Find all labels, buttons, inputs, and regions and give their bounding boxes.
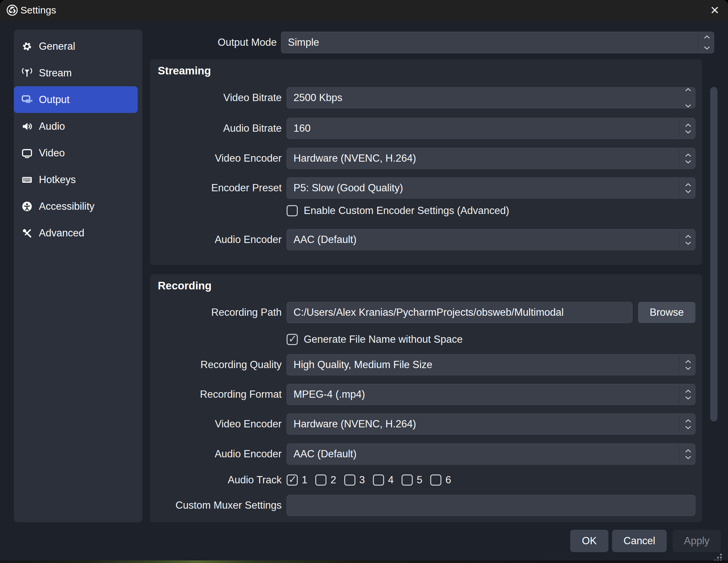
generate-filename-label: Generate File Name without Space xyxy=(304,333,462,345)
audio-track-4-label: 4 xyxy=(388,474,394,486)
sidebar-item-label: Output xyxy=(39,94,70,106)
recording-path-input[interactable]: C:/Users/Alex Kranias/PycharmProjects/ob… xyxy=(287,302,632,323)
resize-grip[interactable] xyxy=(720,554,722,555)
sidebar-item-label: Advanced xyxy=(39,227,84,239)
sidebar-item-label: Video xyxy=(39,147,65,159)
recording-path-value: C:/Users/Alex Kranias/PycharmProjects/ob… xyxy=(294,306,564,318)
sidebar-item-accessibility[interactable]: Accessibility xyxy=(14,193,138,220)
audio-track-3-label: 3 xyxy=(359,474,365,486)
desktop-background-strip xyxy=(0,560,728,563)
chevron-up-down-icon xyxy=(704,32,710,53)
sidebar-item-stream[interactable]: Stream xyxy=(14,60,138,86)
video-bitrate-spinner[interactable]: 2500 Kbps xyxy=(287,87,695,108)
recording-path-label: Recording Path xyxy=(150,302,282,323)
sidebar-item-audio[interactable]: Audio xyxy=(14,113,138,140)
sidebar-item-hotkeys[interactable]: Hotkeys xyxy=(14,166,138,193)
recording-video-encoder-value: Hardware (NVENC, H.264) xyxy=(294,418,416,430)
recording-audio-encoder-select[interactable]: AAC (Default) xyxy=(287,443,695,464)
cancel-button[interactable]: Cancel xyxy=(612,530,667,552)
stream-video-encoder-label: Video Encoder xyxy=(150,148,282,169)
video-bitrate-value: 2500 Kbps xyxy=(294,92,342,104)
vertical-scrollbar[interactable] xyxy=(710,87,717,421)
sidebar-item-advanced[interactable]: Advanced xyxy=(14,220,138,246)
recording-format-select[interactable]: MPEG-4 (.mp4) xyxy=(287,384,695,405)
audio-track-1-checkbox[interactable] xyxy=(287,474,298,486)
audio-track-5: 5 xyxy=(402,474,422,486)
stream-video-encoder-select[interactable]: Hardware (NVENC, H.264) xyxy=(287,148,695,169)
close-button[interactable]: ✕ xyxy=(710,0,720,20)
audio-track-2-label: 2 xyxy=(330,474,336,486)
recording-video-encoder-select[interactable]: Hardware (NVENC, H.264) xyxy=(287,413,695,435)
gear-icon xyxy=(20,40,34,53)
audio-track-1: 1 xyxy=(287,474,307,486)
video-bitrate-label: Video Bitrate xyxy=(150,87,282,108)
recording-panel: Recording Recording Path C:/Users/Alex K… xyxy=(150,274,702,522)
audio-track-label: Audio Track xyxy=(150,473,282,487)
chevron-up-down-icon xyxy=(685,178,691,198)
sidebar-item-label: Stream xyxy=(39,67,72,79)
keyboard-icon xyxy=(20,173,34,186)
chevron-up-down-icon xyxy=(685,230,691,250)
custom-encoder-settings-checkbox[interactable] xyxy=(287,205,298,216)
streaming-section-title: Streaming xyxy=(158,65,211,77)
audio-track-5-label: 5 xyxy=(417,474,422,486)
stream-video-encoder-value: Hardware (NVENC, H.264) xyxy=(294,153,416,164)
output-mode-select[interactable]: Simple xyxy=(281,32,714,53)
stream-audio-encoder-label: Audio Encoder xyxy=(150,229,282,250)
obs-logo-icon xyxy=(6,4,18,16)
stream-audio-encoder-select[interactable]: AAC (Default) xyxy=(287,229,695,250)
accessibility-icon xyxy=(20,200,34,213)
audio-track-2: 2 xyxy=(315,474,336,486)
recording-quality-value: High Quality, Medium File Size xyxy=(294,359,433,371)
audio-bitrate-label: Audio Bitrate xyxy=(150,118,282,139)
browse-button[interactable]: Browse xyxy=(638,302,695,323)
audio-track-3-checkbox[interactable] xyxy=(344,474,355,486)
audio-track-1-label: 1 xyxy=(302,474,307,486)
generate-filename-checkbox[interactable] xyxy=(287,334,298,345)
audio-track-3: 3 xyxy=(344,474,365,486)
sidebar-item-output[interactable]: Output xyxy=(14,86,138,113)
spinner-arrows-icon xyxy=(685,88,691,108)
audio-track-4-checkbox[interactable] xyxy=(373,474,384,486)
sidebar-item-general[interactable]: General xyxy=(14,33,138,60)
recording-quality-label: Recording Quality xyxy=(150,354,282,375)
audio-bitrate-spinner[interactable]: 160 xyxy=(287,118,695,139)
chevron-up-down-icon xyxy=(685,414,691,434)
window-title: Settings xyxy=(20,5,56,16)
spinner-arrows-icon xyxy=(685,118,691,139)
output-mode-label: Output Mode xyxy=(145,32,277,53)
recording-quality-select[interactable]: High Quality, Medium File Size xyxy=(287,354,695,375)
ok-button[interactable]: OK xyxy=(570,530,608,552)
encoder-preset-select[interactable]: P5: Slow (Good Quality) xyxy=(287,178,695,199)
apply-button[interactable]: Apply xyxy=(673,530,721,552)
stream-antenna-icon xyxy=(20,67,34,80)
recording-format-label: Recording Format xyxy=(150,384,282,405)
sidebar-item-label: Hotkeys xyxy=(39,174,76,186)
audio-track-6-checkbox[interactable] xyxy=(430,474,441,486)
recording-audio-encoder-value: AAC (Default) xyxy=(294,448,356,460)
sidebar-item-video[interactable]: Video xyxy=(14,140,138,166)
output-icon xyxy=(20,93,34,106)
output-mode-value: Simple xyxy=(288,37,319,48)
recording-audio-encoder-label: Audio Encoder xyxy=(150,443,282,464)
chevron-up-down-icon xyxy=(685,148,691,169)
audio-track-group: 1 2 3 4 5 xyxy=(287,473,451,487)
speaker-icon xyxy=(20,120,34,133)
encoder-preset-value: P5: Slow (Good Quality) xyxy=(294,182,403,194)
audio-track-2-checkbox[interactable] xyxy=(315,474,326,486)
custom-encoder-settings-label: Enable Custom Encoder Settings (Advanced… xyxy=(304,205,509,217)
chevron-up-down-icon xyxy=(685,384,691,405)
audio-track-5-checkbox[interactable] xyxy=(402,474,413,486)
custom-encoder-settings-row: Enable Custom Encoder Settings (Advanced… xyxy=(287,204,509,218)
custom-muxer-settings-input[interactable] xyxy=(287,495,695,516)
audio-track-4: 4 xyxy=(373,474,394,486)
encoder-preset-label: Encoder Preset xyxy=(150,178,282,199)
titlebar: Settings ✕ xyxy=(0,0,728,20)
generate-filename-row: Generate File Name without Space xyxy=(287,332,462,347)
chevron-up-down-icon xyxy=(685,354,691,375)
streaming-panel: Streaming Video Bitrate 2500 Kbps Audio … xyxy=(150,59,702,265)
sidebar: General Stream Output xyxy=(14,30,142,522)
recording-format-value: MPEG-4 (.mp4) xyxy=(294,388,365,400)
settings-window: Settings ✕ General Stream xyxy=(0,0,728,560)
audio-bitrate-value: 160 xyxy=(294,123,311,134)
